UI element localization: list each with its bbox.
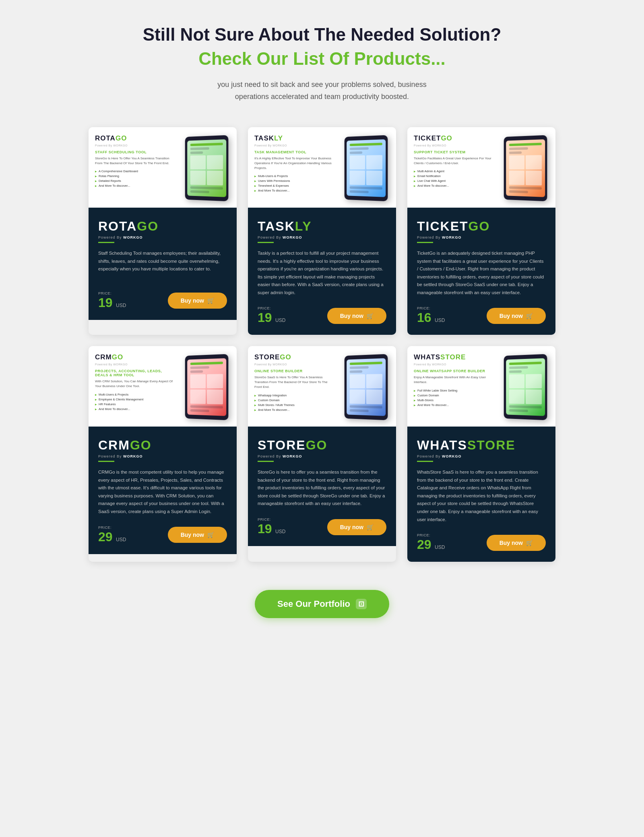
tablet-mock-taskly xyxy=(345,135,388,202)
screen-bar xyxy=(190,406,223,409)
screen-cell xyxy=(349,374,365,389)
card-preview-features-crmgo: Multi-Users & ProjectsEmployee & Clients… xyxy=(95,392,176,411)
feature-item: Multi-Stores xyxy=(414,398,495,402)
price-value-taskly: 19 xyxy=(258,310,272,325)
price-block-whatsstore: Price: 29 USD xyxy=(417,533,445,552)
product-card-rotago: ROTAGO Powered By WORKGO STAFF SCHEDULIN… xyxy=(89,127,237,335)
screen-cell xyxy=(190,374,205,389)
card-dark-footer-rotago: Price: 19 USD Buy now 🛒 xyxy=(98,291,227,310)
card-dark-rotago: ROTAGO Powered By WORKGO Staff Schedulin… xyxy=(89,208,237,320)
screen-bar-short-2 xyxy=(509,190,528,193)
screen-cell xyxy=(366,155,382,170)
card-dark-footer-taskly: Price: 19 USD Buy now 🛒 xyxy=(258,306,386,325)
feature-item: Custom Domain xyxy=(254,398,336,402)
portfolio-button-label: See Our Portfolio xyxy=(277,599,350,609)
tablet-screen-ticketgo xyxy=(506,139,545,198)
cart-icon-storego: 🛒 xyxy=(367,524,374,530)
price-currency-storego: USD xyxy=(275,529,285,534)
card-preview-tag-rotago: STAFF SCHEDULING TOOL xyxy=(95,150,176,154)
card-preview-text-storego: STOREGO Powered By WORKGO ONLINE STORE B… xyxy=(254,353,336,421)
price-block-crmgo: Price: 29 USD xyxy=(98,526,126,544)
product-card-ticketgo: TICKETGO Powered By WORKGO SUPPORT TICKE… xyxy=(407,127,555,335)
screen-bar-short xyxy=(509,366,528,369)
screen-cell xyxy=(525,374,541,389)
card-dark-body-rotago: Staff Scheduling Tool manages employees;… xyxy=(98,249,227,282)
price-currency-crmgo: USD xyxy=(116,537,126,542)
card-dark-logo-crmgo: CRMGO xyxy=(98,438,227,453)
tablet-mock-rotago xyxy=(185,135,229,202)
card-preview-features-taskly: Multi-Users & ProjectsUsers With Permiss… xyxy=(254,174,336,193)
price-label-crmgo: Price: xyxy=(98,526,126,530)
card-preview-desc-ticketgo: TicketGo Facilitates A Great User Experi… xyxy=(414,156,495,166)
screen-cell xyxy=(509,390,524,404)
price-block-storego: Price: 19 USD xyxy=(258,517,285,536)
card-preview-tag-ticketgo: SUPPORT TICKET SYSTEM xyxy=(414,150,495,154)
price-row-rotago: 19 USD xyxy=(98,295,126,310)
screen-cell xyxy=(190,390,205,404)
card-preview-rotago: ROTAGO Powered By WORKGO STAFF SCHEDULIN… xyxy=(89,127,237,208)
screen-cell xyxy=(349,155,365,170)
portfolio-button[interactable]: See Our Portfolio ⊡ xyxy=(255,590,389,618)
card-preview-powered-ticketgo: Powered By WORKGO xyxy=(414,144,495,147)
screen-cell xyxy=(206,171,223,186)
card-preview-logo-storego: STOREGO xyxy=(254,353,336,361)
feature-item: HR Features xyxy=(95,402,176,406)
screen-bar-short-2 xyxy=(190,409,209,412)
screen-cell xyxy=(509,155,524,170)
page-subtitle: Check Our List Of Products... xyxy=(89,49,555,69)
price-currency-ticketgo: USD xyxy=(435,317,445,323)
portfolio-section: See Our Portfolio ⊡ xyxy=(89,590,555,618)
cart-icon-rotago: 🛒 xyxy=(207,297,214,304)
card-dark-body-ticketgo: TicketGo is an adequately designed ticke… xyxy=(417,249,546,297)
buy-button-taskly[interactable]: Buy now 🛒 xyxy=(327,308,386,324)
card-preview-image-crmgo xyxy=(182,353,230,421)
feature-item: Rotas Planning xyxy=(95,174,176,179)
card-preview-tag-crmgo: PROJECTS, ACCOUNTING, LEADS, DEALS & HRM… xyxy=(95,369,176,377)
card-preview-desc-storego: StoreGo SaaS Is Here To Offer You A Seam… xyxy=(254,375,336,390)
card-preview-storego: STOREGO Powered By WORKGO ONLINE STORE B… xyxy=(248,346,396,427)
screen-grid xyxy=(190,374,223,404)
card-preview-features-rotago: A Comprehensive DashboardRotas PlanningD… xyxy=(95,169,176,188)
feature-item: Multi Admin & Agent xyxy=(414,169,495,174)
feature-item: And More To discover... xyxy=(414,402,495,407)
screen-bar-green xyxy=(509,361,541,365)
buy-button-crmgo[interactable]: Buy now 🛒 xyxy=(168,527,227,543)
card-dark-body-taskly: Taskly is a perfect tool to fulfill all … xyxy=(258,249,386,297)
price-value-ticketgo: 16 xyxy=(417,310,431,325)
card-divider-ticketgo xyxy=(417,242,433,243)
buy-button-whatsstore[interactable]: Buy now 🛒 xyxy=(487,535,546,551)
card-preview-powered-taskly: Powered By WORKGO xyxy=(254,144,336,147)
card-preview-desc-taskly: It's A Highly Effective Tool To Improvis… xyxy=(254,156,336,171)
price-block-ticketgo: Price: 16 USD xyxy=(417,306,445,325)
price-label-whatsstore: Price: xyxy=(417,533,445,537)
buy-label-crmgo: Buy now xyxy=(181,532,204,538)
card-dark-powered-taskly: Powered By WORKGO xyxy=(258,235,386,239)
screen-grid xyxy=(509,155,541,186)
screen-cell xyxy=(349,171,365,185)
screen-bar-short-2 xyxy=(509,409,528,412)
feature-item: Email Notification xyxy=(414,174,495,179)
screen-grid xyxy=(349,374,382,404)
buy-label-taskly: Buy now xyxy=(340,313,363,319)
screen-bar xyxy=(190,186,223,190)
tablet-screen-rotago xyxy=(187,139,226,198)
feature-item: Whatsapp Integration xyxy=(254,393,336,398)
tablet-screen-crmgo xyxy=(187,358,226,416)
buy-button-ticketgo[interactable]: Buy now 🛒 xyxy=(487,308,546,324)
screen-bar-short-2 xyxy=(190,190,209,193)
price-row-ticketgo: 16 USD xyxy=(417,310,445,325)
card-dark-powered-crmgo: Powered By WORKGO xyxy=(98,454,227,458)
screen-bar xyxy=(509,186,541,190)
price-label-rotago: Price: xyxy=(98,291,126,295)
buy-button-rotago[interactable]: Buy now 🛒 xyxy=(168,293,227,309)
feature-item: Users With Permissions xyxy=(254,179,336,183)
card-preview-logo-crmgo: CRMGO xyxy=(95,353,176,361)
screen-cell xyxy=(525,171,541,186)
feature-item: Multi Stores / Multi Themes xyxy=(254,402,336,407)
card-preview-features-ticketgo: Multi Admin & AgentEmail NotificationLiv… xyxy=(414,169,495,188)
buy-button-storego[interactable]: Buy now 🛒 xyxy=(327,519,386,535)
screen-bar-shorter xyxy=(349,370,362,373)
screen-bar xyxy=(349,186,382,190)
card-preview-desc-whatsstore: Enjoy A Manageable Storefront With An Ea… xyxy=(414,375,495,385)
card-preview-tag-taskly: TASK MANAGEMENT TOOL xyxy=(254,150,336,154)
